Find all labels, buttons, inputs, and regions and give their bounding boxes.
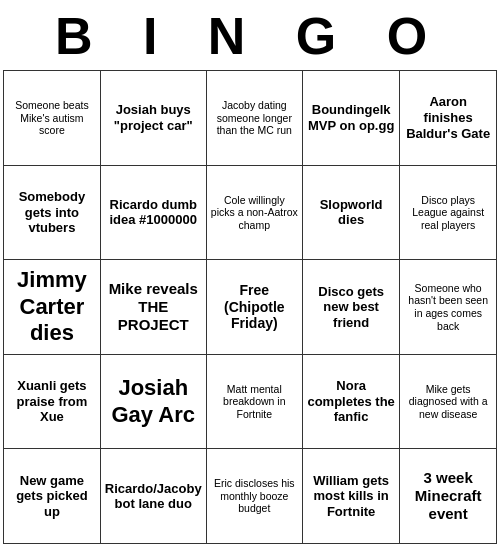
cell-1-1: Ricardo dumb idea #1000000 <box>100 165 206 260</box>
cell-1-4: Disco plays League against real players <box>400 165 497 260</box>
cell-4-1: Ricardo/Jacoby bot lane duo <box>100 449 206 544</box>
cell-2-0: Jimmy Carter dies <box>4 260 101 355</box>
cell-3-0: Xuanli gets praise from Xue <box>4 354 101 449</box>
cell-3-3: Nora completes the fanfic <box>302 354 399 449</box>
cell-1-0: Somebody gets into vtubers <box>4 165 101 260</box>
bingo-title: B I N G O <box>0 0 500 70</box>
cell-3-1: Josiah Gay Arc <box>100 354 206 449</box>
cell-0-3: Boundingelk MVP on op.gg <box>302 71 399 166</box>
bingo-table: Someone beats Mike's autism scoreJosiah … <box>3 70 497 544</box>
cell-0-1: Josiah buys "project car" <box>100 71 206 166</box>
cell-0-0: Someone beats Mike's autism score <box>4 71 101 166</box>
cell-2-3: Disco gets new best friend <box>302 260 399 355</box>
cell-2-4: Someone who hasn't been seen in ages com… <box>400 260 497 355</box>
cell-4-3: William gets most kills in Fortnite <box>302 449 399 544</box>
cell-0-2: Jacoby dating someone longer than the MC… <box>206 71 302 166</box>
cell-2-2: Free (Chipotle Friday) <box>206 260 302 355</box>
cell-4-2: Eric discloses his monthly booze budget <box>206 449 302 544</box>
cell-3-2: Matt mental breakdown in Fortnite <box>206 354 302 449</box>
cell-4-4: 3 week Minecraft event <box>400 449 497 544</box>
cell-2-1: Mike reveals THE PROJECT <box>100 260 206 355</box>
cell-4-0: New game gets picked up <box>4 449 101 544</box>
cell-3-4: Mike gets diagnosed with a new disease <box>400 354 497 449</box>
cell-1-3: Slopworld dies <box>302 165 399 260</box>
cell-1-2: Cole willingly picks a non-Aatrox champ <box>206 165 302 260</box>
cell-0-4: Aaron finishes Baldur's Gate <box>400 71 497 166</box>
